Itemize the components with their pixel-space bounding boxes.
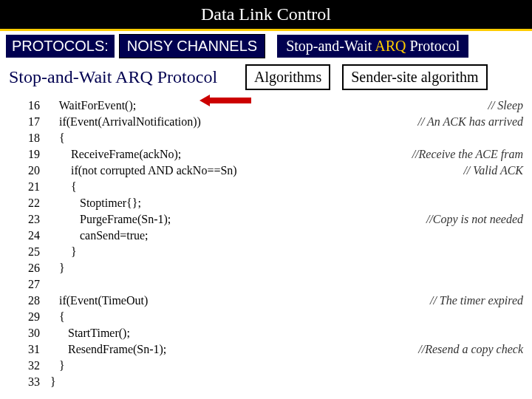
line-number: 29 [9, 309, 50, 325]
code-line: 18 { [9, 130, 523, 146]
code-line: 26 } [9, 260, 523, 276]
code-line: 23 PurgeFrame(Sn-1);//Copy is not needed [9, 211, 523, 228]
code-text: ReceiveFrame(ackNo); [50, 146, 181, 163]
code-comment: // An ACK has arrived [404, 114, 523, 130]
stopwait-heading: Stop-and-Wait ARQ Protocol [6, 66, 220, 89]
line-number: 21 [9, 179, 50, 195]
code-text: StartTimer(); [50, 325, 130, 341]
line-number: 25 [9, 244, 50, 260]
line-number: 26 [9, 260, 50, 276]
code-text: { [50, 130, 65, 146]
code-text: } [50, 260, 65, 276]
protocols-label: PROTOCOLS: [6, 35, 115, 58]
line-number: 23 [9, 211, 50, 228]
code-comment: //Resend a copy check [405, 341, 523, 358]
code-line: 19 ReceiveFrame(ackNo);//Receive the ACE… [9, 146, 523, 163]
code-comment: //Copy is not needed [413, 211, 523, 228]
header-row: PROTOCOLS: NOISY CHANNELS Stop-and-Wait … [0, 31, 532, 61]
page-title: Data Link Control [201, 4, 331, 24]
arrow-shaft [208, 98, 251, 103]
line-number: 18 [9, 130, 50, 146]
code-comment: //Receive the ACE fram [399, 146, 523, 163]
stopwait-suffix: Protocol [406, 38, 460, 54]
code-line: 33} [9, 374, 523, 390]
code-line: 17 if(Event(ArrivalNotification))// An A… [9, 114, 523, 130]
code-line: 21 { [9, 179, 523, 195]
code-text: { [50, 309, 65, 325]
code-text: if(Event(ArrivalNotification)) [50, 114, 201, 130]
code-text: WaitForEvent(); [50, 98, 136, 114]
code-line: 28 if(Event(TimeOut)// The timer expired [9, 293, 523, 309]
stopwait-prefix: Stop-and-Wait [286, 38, 375, 54]
title-bar: Data Link Control [0, 0, 532, 31]
arq-highlight: ARQ [375, 38, 406, 54]
code-text: if(not corrupted AND ackNo==Sn) [50, 163, 237, 179]
code-text: canSend=true; [50, 228, 149, 244]
noisy-channels-box: NOISY CHANNELS [119, 34, 265, 58]
line-number: 16 [9, 98, 50, 114]
stopwait-arq-badge: Stop-and-Wait ARQ Protocol [277, 35, 468, 58]
line-number: 17 [9, 114, 50, 130]
line-number: 20 [9, 163, 50, 179]
code-line: 30 StartTimer(); [9, 325, 523, 341]
line-number: 31 [9, 341, 50, 358]
line-number: 22 [9, 195, 50, 211]
line-number: 32 [9, 358, 50, 374]
code-comment: // Sleep [474, 98, 523, 114]
code-text: if(Event(TimeOut) [50, 293, 148, 309]
line-number: 24 [9, 228, 50, 244]
code-line: 24 canSend=true; [9, 228, 523, 244]
code-text: } [50, 244, 77, 260]
line-number: 27 [9, 276, 50, 293]
code-comment: // The timer expired [417, 293, 523, 309]
algorithms-box: Algorithms [245, 64, 330, 90]
code-line: 27 [9, 276, 523, 293]
code-text: PurgeFrame(Sn-1); [50, 211, 171, 228]
subheader-row: Stop-and-Wait ARQ Protocol Algorithms Se… [0, 61, 532, 93]
line-number: 28 [9, 293, 50, 309]
code-text: { [50, 179, 77, 195]
code-line: 32 } [9, 358, 523, 374]
sender-site-box: Sender-site algorithm [342, 64, 487, 90]
line-number: 30 [9, 325, 50, 341]
code-line: 22 Stoptimer{}; [9, 195, 523, 211]
arrow-indicator [200, 95, 251, 106]
code-text: } [50, 358, 65, 374]
code-line: 31 ResendFrame(Sn-1);//Resend a copy che… [9, 341, 523, 358]
line-number: 19 [9, 146, 50, 163]
code-line: 20 if(not corrupted AND ackNo==Sn)// Val… [9, 163, 523, 179]
line-number: 33 [9, 374, 50, 390]
code-text: Stoptimer{}; [50, 195, 141, 211]
code-text: ResendFrame(Sn-1); [50, 341, 166, 358]
code-area: 16 WaitForEvent();// Sleep17 if(Event(Ar… [0, 93, 532, 390]
code-comment: // Valid ACK [450, 163, 523, 179]
code-line: 29 { [9, 309, 523, 325]
code-text: } [50, 374, 56, 390]
code-line: 16 WaitForEvent();// Sleep [9, 98, 523, 114]
code-line: 25 } [9, 244, 523, 260]
